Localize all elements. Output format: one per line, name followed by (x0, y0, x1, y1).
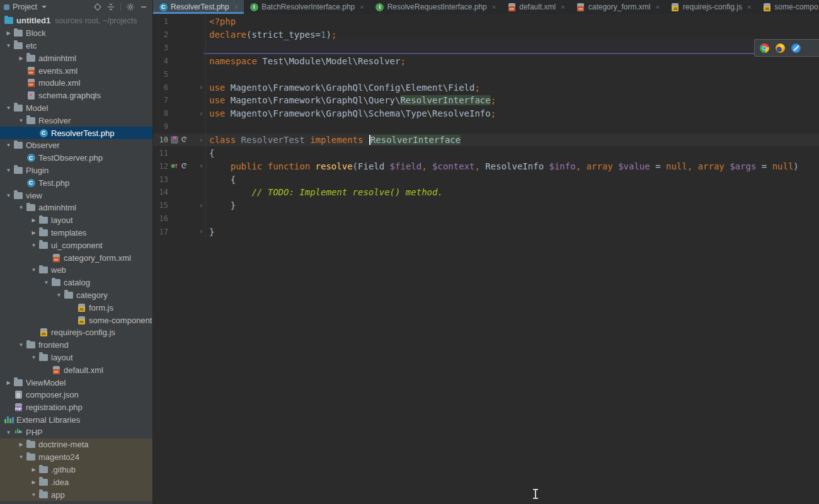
graphql-schema-gutter-icon[interactable]: * (171, 136, 178, 144)
code-text[interactable]: use Magento\Framework\GraphQl\Config\Ele… (205, 81, 819, 94)
tree-item-web[interactable]: ▼web (0, 264, 152, 277)
code-line-7[interactable]: 7use Magento\Framework\GraphQl\Query\Res… (153, 94, 819, 107)
tab-some-compo[interactable]: JSsome-compo× (757, 0, 819, 14)
tree-item-composer-json[interactable]: {}composer.json (0, 389, 152, 401)
firefox-icon[interactable] (776, 43, 785, 53)
tab-resolvertest-php[interactable]: CResolverTest.php× (153, 0, 244, 14)
tree-item-model[interactable]: ▼Model (0, 102, 152, 115)
tree-item-catalog[interactable]: ▼catalog (0, 277, 152, 289)
tree-item-ui-component[interactable]: ▼ui_component (0, 239, 152, 251)
safari-icon[interactable] (791, 43, 801, 53)
locate-icon[interactable] (93, 2, 103, 12)
tree-item-test-php[interactable]: CTest.php (0, 176, 152, 189)
code-line-9[interactable]: 9 (153, 120, 819, 134)
fold-marker-icon[interactable]: ∧ (197, 203, 205, 209)
tab-resolverequestinterface-php[interactable]: IResolveRequestInterface.php× (370, 0, 502, 14)
tree-item-view[interactable]: ▼view (0, 189, 152, 202)
code-text[interactable] (205, 212, 819, 226)
tree-item-events-xml[interactable]: <>events.xml (0, 64, 152, 77)
tree-item-viewmodel[interactable]: ▶ViewModel (0, 376, 152, 389)
collapse-arrow-icon[interactable]: ▼ (4, 168, 13, 173)
collapse-all-icon[interactable] (106, 2, 116, 12)
collapse-arrow-icon[interactable]: ▼ (4, 193, 13, 198)
expand-arrow-icon[interactable]: ▶ (29, 467, 38, 472)
close-icon[interactable]: × (234, 3, 238, 11)
expand-arrow-icon[interactable]: ▶ (4, 30, 13, 36)
collapse-arrow-icon[interactable]: ▼ (16, 205, 26, 210)
tree-item-layout[interactable]: ▼layout (0, 352, 152, 364)
tree-item-templates[interactable]: ▶templates (0, 227, 152, 239)
code-text[interactable]: namespace Test\Module\Model\Resolver; (205, 55, 819, 68)
code-line-13[interactable]: 13 { (153, 173, 819, 186)
collapse-arrow-icon[interactable]: ▼ (54, 292, 64, 298)
tree-item-etc[interactable]: ▼etc (0, 40, 152, 52)
code-line-3[interactable]: 3 (153, 42, 819, 55)
expand-arrow-icon[interactable]: ▶ (4, 380, 13, 386)
fold-marker-icon[interactable]: ∧ (197, 229, 205, 234)
hide-panel-icon[interactable] (139, 2, 149, 12)
close-icon[interactable]: × (747, 3, 751, 11)
code-line-12[interactable]: 12∨ public function resolve(Field $field… (153, 159, 819, 173)
code-text[interactable] (205, 67, 819, 81)
tree-item-default-xml[interactable]: <>default.xml (0, 364, 152, 376)
code-line-6[interactable]: 6∨use Magento\Framework\GraphQl\Config\E… (153, 81, 819, 94)
code-text[interactable]: } (205, 226, 819, 239)
project-panel-title[interactable]: Project (13, 3, 37, 11)
expand-arrow-icon[interactable]: ▶ (29, 230, 38, 236)
collapse-arrow-icon[interactable]: ▼ (4, 142, 13, 148)
code-text[interactable]: declare(strict_types=1); (205, 28, 819, 42)
code-line-15[interactable]: 15∧ } (153, 199, 819, 212)
fold-marker-icon[interactable]: ∨ (197, 137, 205, 143)
expand-arrow-icon[interactable]: ▶ (16, 55, 26, 61)
code-text[interactable]: { (205, 173, 819, 186)
tree-item-category[interactable]: ▼category (0, 289, 152, 302)
tree-item-untitled1[interactable]: untitled1sources root, ~/projects (0, 14, 152, 27)
chevron-down-icon[interactable] (42, 6, 47, 8)
collapse-arrow-icon[interactable]: ▼ (4, 105, 13, 111)
fold-marker-icon[interactable]: ∨ (197, 84, 205, 90)
implements-gutter-icon[interactable] (171, 161, 178, 171)
tree-item-testobserver-php[interactable]: CTestObserver.php (0, 152, 152, 164)
tree-item-adminhtml[interactable]: ▼adminhtml (0, 202, 152, 214)
code-text[interactable]: } (205, 199, 819, 212)
code-line-1[interactable]: 1<?php (153, 15, 819, 28)
tree-item-registration-php[interactable]: PHPregistration.php (0, 401, 152, 414)
collapse-arrow-icon[interactable]: ▼ (16, 342, 26, 348)
code-text[interactable]: public function resolve(Field $field, $c… (205, 159, 819, 173)
tree-item-php[interactable]: ▼PHP (0, 426, 152, 438)
collapse-arrow-icon[interactable]: ▼ (29, 355, 38, 360)
tree-item-external-libraries[interactable]: External Libraries (0, 414, 152, 427)
collapse-arrow-icon[interactable]: ▼ (29, 267, 38, 273)
code-text[interactable]: use Magento\Framework\GraphQl\Schema\Typ… (205, 107, 819, 120)
collapse-arrow-icon[interactable]: ▼ (4, 430, 13, 435)
code-text[interactable] (205, 42, 819, 55)
code-editor[interactable]: 1<?php2declare(strict_types=1);34namespa… (153, 14, 819, 504)
expand-arrow-icon[interactable]: ▶ (29, 217, 38, 223)
chrome-icon[interactable] (760, 43, 769, 53)
close-icon[interactable]: × (655, 3, 659, 11)
tab-batchresolverinterface-php[interactable]: IBatchResolverInterface.php× (244, 0, 370, 14)
tree-item-requirejs-config-js[interactable]: JSrequirejs-config.js (0, 326, 152, 339)
code-line-14[interactable]: 14 // TODO: Implement resolve() method. (153, 186, 819, 199)
tree-item-magento24[interactable]: ▼magento24 (0, 451, 152, 464)
tree-item-github[interactable]: ▶.github (0, 464, 152, 476)
code-line-5[interactable]: 5 (153, 67, 819, 81)
expand-arrow-icon[interactable]: ▶ (16, 442, 26, 447)
tree-item-doctrine-meta[interactable]: ▶doctrine-meta (0, 438, 152, 451)
code-text[interactable]: use Magento\Framework\GraphQl\Query\Reso… (205, 94, 819, 107)
tab-requirejs-config-js[interactable]: JSrequirejs-config.js× (665, 0, 757, 14)
tree-item-idea[interactable]: ▶.idea (0, 476, 152, 488)
collapse-arrow-icon[interactable]: ▼ (4, 43, 13, 49)
tree-item-form-js[interactable]: JSform.js (0, 301, 152, 314)
tree-item-some-component[interactable]: JSsome-component (0, 314, 152, 326)
code-text[interactable]: { (205, 146, 819, 159)
close-icon[interactable]: × (561, 3, 564, 11)
code-text[interactable]: <?php (205, 15, 819, 28)
collapse-arrow-icon[interactable]: ▼ (16, 454, 26, 460)
tree-item-block[interactable]: ▶Block (0, 27, 152, 40)
plugin-gutter-icon[interactable] (180, 161, 188, 171)
code-line-11[interactable]: 11{ (153, 146, 819, 159)
tree-item-app[interactable]: ▼app (0, 488, 152, 501)
tree-item-frontend[interactable]: ▼frontend (0, 339, 152, 352)
collapse-arrow-icon[interactable]: ▼ (29, 492, 38, 498)
